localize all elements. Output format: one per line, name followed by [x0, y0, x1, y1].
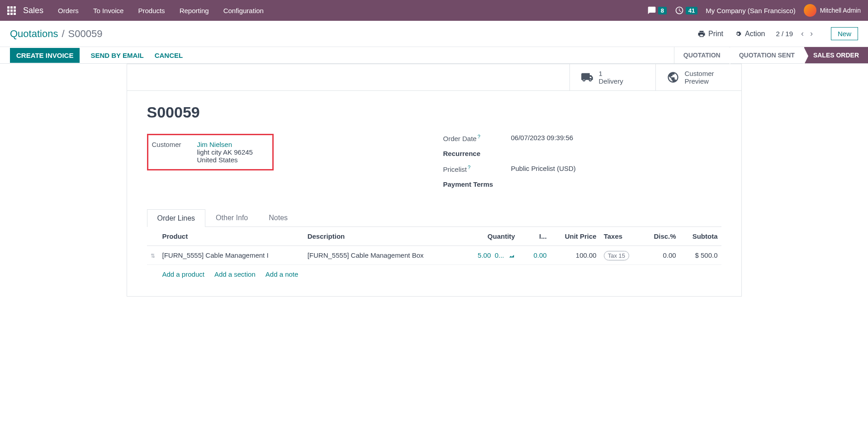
top-navbar: Sales Orders To Invoice Products Reporti…: [0, 0, 868, 21]
drag-handle-icon[interactable]: ⇅: [151, 253, 155, 259]
breadcrumb: Quotations / S00059: [10, 28, 697, 40]
customer-preview-button[interactable]: Customer Preview: [655, 64, 741, 90]
pager-next[interactable]: ›: [808, 27, 815, 40]
left-column: Customer Jim Nielsen light city AK 96245…: [147, 134, 425, 195]
topbar-right: 8 41 My Company (San Francisco) Mitchell…: [647, 4, 861, 17]
tax-badge: Tax 15: [604, 251, 629, 260]
status-quotation[interactable]: QUOTATION: [674, 47, 730, 63]
company-switcher[interactable]: My Company (San Francisco): [706, 7, 795, 14]
th-taxes[interactable]: Taxes: [600, 227, 642, 246]
add-product-link[interactable]: Add a product: [162, 270, 204, 278]
cell-disc[interactable]: 0.00: [642, 246, 679, 265]
print-icon: [697, 30, 706, 38]
tabs: Order Lines Other Info Notes: [147, 209, 721, 227]
apps-icon[interactable]: [7, 6, 16, 15]
record-title: S00059: [147, 104, 721, 121]
th-i[interactable]: I...: [519, 227, 550, 246]
nav-configuration[interactable]: Configuration: [223, 7, 264, 14]
customer-label: Customer: [152, 141, 197, 148]
order-lines-table: Product Description Quantity I... Unit P…: [147, 227, 721, 265]
print-button[interactable]: Print: [697, 30, 723, 38]
delivery-label: Delivery: [599, 77, 623, 85]
new-button[interactable]: New: [831, 27, 858, 40]
chart-icon[interactable]: [508, 253, 515, 259]
preview-line1: Customer: [685, 70, 714, 77]
th-unit-price[interactable]: Unit Price: [550, 227, 600, 246]
tab-notes[interactable]: Notes: [258, 209, 298, 227]
th-disc[interactable]: Disc.%: [642, 227, 679, 246]
action-button[interactable]: Action: [734, 30, 765, 38]
delivery-stat-button[interactable]: 1 Delivery: [569, 64, 655, 90]
customer-highlight-box: Customer Jim Nielsen light city AK 96245…: [147, 134, 274, 170]
breadcrumb-bar: Quotations / S00059 Print Action 2 / 19 …: [0, 21, 868, 47]
cell-subtotal: $ 500.0: [680, 246, 721, 265]
create-invoice-button[interactable]: CREATE INVOICE: [10, 48, 80, 63]
pricelist-value[interactable]: Public Pricelist (USD): [511, 165, 721, 172]
nav-orders[interactable]: Orders: [58, 7, 79, 14]
action-bar: CREATE INVOICE SEND BY EMAIL CANCEL QUOT…: [0, 47, 868, 64]
clock-icon: [675, 6, 684, 15]
delivery-count: 1: [599, 70, 623, 77]
cell-unit-price[interactable]: 100.00: [550, 246, 600, 265]
messages-badge: 8: [658, 7, 667, 14]
breadcrumb-actions: Print Action 2 / 19 ‹ › New: [697, 27, 858, 40]
pager-text[interactable]: 2 / 19: [776, 30, 793, 38]
preview-line2: Preview: [685, 77, 714, 85]
tab-order-lines[interactable]: Order Lines: [147, 209, 206, 227]
user-menu[interactable]: Mitchell Admin: [804, 4, 861, 17]
user-name: Mitchell Admin: [820, 7, 861, 14]
status-quotation-sent[interactable]: QUOTATION SENT: [730, 47, 804, 63]
send-by-email-button[interactable]: SEND BY EMAIL: [90, 52, 143, 59]
globe-icon: [667, 71, 679, 84]
cell-product[interactable]: [FURN_5555] Cable Management I: [159, 246, 304, 265]
truck-icon: [581, 71, 593, 84]
breadcrumb-root[interactable]: Quotations: [10, 28, 58, 40]
pricelist-label: Pricelist?: [443, 165, 511, 173]
breadcrumb-current: S00059: [68, 28, 103, 40]
add-links: Add a product Add a section Add a note: [147, 265, 721, 283]
statusbar: QUOTATION QUOTATION SENT SALES ORDER: [674, 47, 868, 63]
nav-to-invoice[interactable]: To Invoice: [93, 7, 124, 14]
nav-reporting[interactable]: Reporting: [180, 7, 209, 14]
help-icon[interactable]: ?: [468, 165, 470, 170]
breadcrumb-separator: /: [62, 28, 64, 40]
th-quantity[interactable]: Quantity: [462, 227, 519, 246]
app-name[interactable]: Sales: [23, 6, 43, 15]
cell-taxes[interactable]: Tax 15: [600, 246, 642, 265]
customer-address-2: United States: [197, 156, 238, 164]
help-icon[interactable]: ?: [478, 134, 480, 139]
right-column: Order Date? 06/07/2023 09:39:56 Recurren…: [443, 134, 721, 195]
add-note-link[interactable]: Add a note: [266, 270, 299, 278]
messages-button[interactable]: 8: [647, 6, 667, 15]
status-sales-order[interactable]: SALES ORDER: [804, 47, 868, 63]
form-body: S00059 Customer Jim Nielsen light city A…: [127, 91, 741, 296]
chat-icon: [647, 6, 656, 15]
table-row[interactable]: ⇅ [FURN_5555] Cable Management I [FURN_5…: [147, 246, 721, 265]
th-description[interactable]: Description: [304, 227, 462, 246]
form-view: 1 Delivery Customer Preview S00059 Custo…: [127, 64, 742, 297]
add-section-link[interactable]: Add a section: [214, 270, 256, 278]
cell-i[interactable]: 0.00: [519, 246, 550, 265]
activities-badge: 41: [686, 7, 697, 14]
order-date-value: 06/07/2023 09:39:56: [511, 134, 721, 142]
pager: 2 / 19 ‹ ›: [776, 27, 815, 40]
cell-description[interactable]: [FURN_5555] Cable Management Box: [304, 246, 462, 265]
nav-products[interactable]: Products: [138, 7, 165, 14]
top-nav: Orders To Invoice Products Reporting Con…: [58, 7, 647, 14]
tab-other-info[interactable]: Other Info: [205, 209, 258, 227]
pager-prev[interactable]: ‹: [799, 27, 806, 40]
cell-quantity[interactable]: 5.00 0...: [462, 246, 519, 265]
print-label: Print: [708, 30, 723, 38]
customer-address-1: light city AK 96245: [197, 148, 253, 156]
gear-icon: [734, 30, 742, 38]
recurrence-label: Recurrence: [443, 150, 511, 157]
th-subtotal[interactable]: Subtota: [680, 227, 721, 246]
payment-terms-label: Payment Terms: [443, 180, 511, 188]
avatar: [804, 4, 816, 17]
th-product[interactable]: Product: [159, 227, 304, 246]
customer-name[interactable]: Jim Nielsen: [197, 141, 232, 148]
action-label: Action: [745, 30, 765, 38]
activities-button[interactable]: 41: [675, 6, 697, 15]
order-date-label: Order Date?: [443, 134, 511, 142]
cancel-button[interactable]: CANCEL: [155, 52, 183, 59]
